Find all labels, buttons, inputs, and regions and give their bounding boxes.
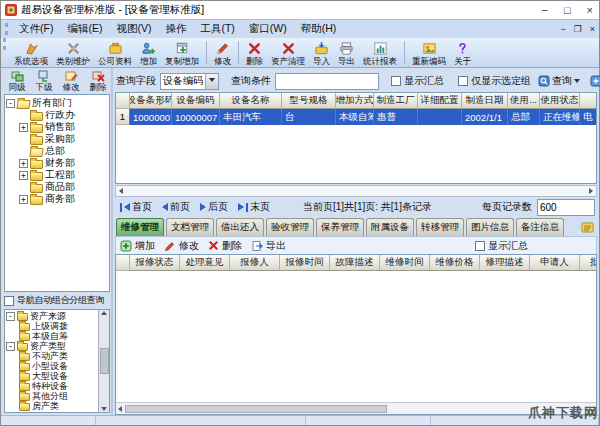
column-header[interactable]: 批 — [580, 255, 597, 271]
only-selected-group-option[interactable]: 仅显示选定组 — [458, 74, 531, 88]
repair-export-button[interactable]: 导出 — [251, 239, 286, 253]
checkbox[interactable] — [458, 76, 468, 86]
expand-icon[interactable]: + — [19, 195, 28, 204]
column-header[interactable]: 故障描述 — [330, 255, 380, 271]
mdi-close-button[interactable]: × — [590, 24, 595, 34]
nav-auto-group-option[interactable]: 导航自动组合分组查询 — [4, 292, 110, 309]
column-header[interactable]: 维修价格 — [430, 255, 480, 271]
expand-icon[interactable]: + — [19, 159, 28, 168]
search-button[interactable]: 查询 — [535, 73, 583, 89]
column-header[interactable]: 报修时间 — [280, 255, 330, 271]
scroll-up-icon[interactable] — [101, 311, 107, 315]
menu-file[interactable]: 文件(F) — [12, 20, 60, 38]
column-header[interactable]: 报修状态 — [130, 255, 180, 271]
scrollbar-thumb[interactable] — [100, 348, 109, 374]
export-button[interactable]: 导出 — [334, 38, 359, 67]
column-header[interactable]: 设备编码 — [172, 93, 220, 109]
tab-lend-return[interactable]: 借出还入 — [216, 218, 264, 236]
column-header[interactable]: 修理描述 — [480, 255, 530, 271]
tree-edit-button[interactable]: 修改 — [59, 70, 83, 92]
menu-tools[interactable]: 工具(T) — [193, 20, 241, 38]
mdi-restore-button[interactable]: ❐ — [574, 24, 582, 34]
tab-transfer[interactable]: 转移管理 — [416, 218, 464, 236]
tab-repair-management[interactable]: 维修管理 — [116, 218, 164, 236]
prev-page-button[interactable]: 前页 — [159, 200, 193, 214]
tab-picture-info[interactable]: 图片信息 — [466, 218, 514, 236]
expand-icon[interactable]: + — [19, 171, 28, 180]
show-summary-option[interactable]: 显示汇总 — [391, 74, 444, 88]
column-header[interactable]: 设备条形码 — [130, 93, 172, 109]
tree-item[interactable]: + 商务部 — [6, 193, 108, 205]
repair-edit-button[interactable]: 修改 — [164, 239, 199, 253]
column-header[interactable]: 型号规格 — [282, 93, 336, 109]
menu-window[interactable]: 窗口(W) — [242, 20, 294, 38]
per-page-input[interactable] — [537, 199, 595, 216]
system-options-button[interactable]: 系统选项 — [10, 38, 52, 67]
scroll-left-icon[interactable] — [118, 406, 122, 412]
checkbox[interactable] — [4, 296, 14, 306]
edit-button[interactable]: 修改 — [210, 38, 235, 67]
tab-acceptance[interactable]: 验收管理 — [266, 218, 314, 236]
scroll-right-icon[interactable] — [589, 188, 593, 194]
menu-operate[interactable]: 操作 — [158, 20, 193, 38]
tab-remark-info[interactable]: 备注信息 — [516, 218, 564, 236]
scrollbar-thumb[interactable] — [125, 405, 387, 413]
vertical-scrollbar[interactable] — [98, 310, 109, 412]
expand-icon[interactable]: + — [19, 123, 28, 132]
tab-attached-devices[interactable]: 附属设备 — [366, 218, 414, 236]
last-page-button[interactable]: 末页 — [235, 200, 273, 214]
column-header[interactable]: 使用状态 — [540, 93, 580, 109]
scroll-left-icon[interactable] — [119, 188, 123, 194]
scroll-down-icon[interactable] — [101, 407, 107, 411]
repair-add-button[interactable]: 增加 — [120, 239, 155, 253]
tree-delete-button[interactable]: 删除 — [86, 70, 110, 92]
tab-maintenance[interactable]: 保养管理 — [316, 218, 364, 236]
column-header[interactable]: 申请人 — [530, 255, 580, 271]
company-info-button[interactable]: 公司资料 — [94, 38, 136, 67]
menu-edit[interactable]: 编辑(E) — [60, 20, 109, 38]
query-condition-input[interactable] — [275, 73, 379, 90]
menu-help[interactable]: 帮助(H) — [294, 20, 344, 38]
chevron-down-icon[interactable] — [574, 79, 580, 86]
column-header[interactable]: 设备名称 — [220, 93, 282, 109]
minimize-button[interactable]: − — [541, 5, 547, 16]
repair-delete-button[interactable]: 删除 — [208, 239, 242, 253]
next-page-button[interactable]: 后页 — [197, 200, 231, 214]
chevron-down-icon[interactable] — [205, 74, 218, 89]
collapse-icon[interactable]: - — [6, 99, 15, 108]
tree-item[interactable]: 房产类 — [6, 401, 97, 411]
delete-button[interactable]: 删除 — [242, 38, 267, 67]
checkbox[interactable] — [391, 76, 401, 86]
maximize-button[interactable]: □ — [564, 5, 571, 16]
asset-clean-button[interactable]: 资产清理 — [267, 38, 309, 67]
repair-table-hscrollbar[interactable] — [116, 402, 596, 414]
column-header[interactable]: 增加方式 — [336, 93, 374, 109]
category-maintenance-button[interactable]: 类别维护 — [52, 38, 94, 67]
sub-level-button[interactable]: 下级 — [32, 70, 56, 92]
notes-icon[interactable] — [581, 221, 595, 234]
column-header[interactable]: 报修人 — [230, 255, 280, 271]
device-table-hscrollbar[interactable] — [115, 185, 597, 197]
checkbox[interactable] — [475, 241, 485, 251]
first-page-button[interactable]: 首页 — [117, 200, 155, 214]
add-button[interactable]: 增加 — [136, 38, 161, 67]
import-button[interactable]: 导入 — [309, 38, 334, 67]
column-header[interactable]: 使用... — [508, 93, 540, 109]
tab-document-management[interactable]: 文档管理 — [166, 218, 214, 236]
collapse-icon[interactable]: - — [6, 312, 15, 321]
close-button[interactable]: × — [587, 5, 593, 16]
column-header[interactable]: 制造工厂 — [374, 93, 418, 109]
menu-view[interactable]: 视图(V) — [109, 20, 158, 38]
column-header[interactable]: 处理意见 — [180, 255, 230, 271]
column-header[interactable]: 维修时间 — [380, 255, 430, 271]
same-level-button[interactable]: 同级 — [5, 70, 29, 92]
copy-add-button[interactable]: 复制增加 — [161, 38, 203, 67]
collapse-icon[interactable]: - — [6, 342, 15, 351]
mdi-minimize-button[interactable]: − — [560, 24, 565, 34]
about-button[interactable]: 关于 — [450, 38, 475, 67]
column-header[interactable] — [580, 93, 597, 109]
advanced-button[interactable]: 高级 — [587, 73, 600, 89]
device-row-selected[interactable]: 1 10000007 10000007 丰田汽车 台 本级自筹 惠普 2002/… — [116, 109, 596, 125]
column-header[interactable]: 详细配置 — [418, 93, 462, 109]
query-field-select[interactable]: 设备编码 — [160, 73, 219, 90]
